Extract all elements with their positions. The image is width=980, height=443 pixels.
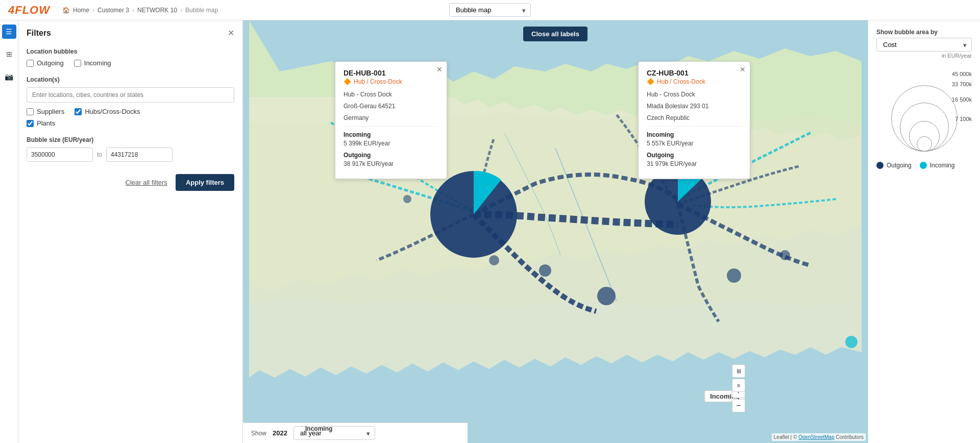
layers-toggle-button[interactable]: ⊞ (732, 364, 745, 378)
hubs-checkbox-item[interactable]: Hubs/Cross-Docks (75, 108, 140, 115)
cz-hub-outgoing: Outgoing 31 979k EUR/year (647, 151, 742, 168)
range-max-input[interactable] (106, 147, 173, 162)
outgoing-checkbox[interactable] (27, 60, 34, 67)
main-layout: ☰ ⊞ 📷 Filters ✕ Location bubbles Outgoin… (0, 20, 980, 443)
de-hub-country: Germany (344, 114, 438, 122)
close-all-labels-button[interactable]: Close all labels (523, 27, 587, 41)
layers-list-button[interactable]: ≡ (732, 379, 745, 392)
incoming-checkbox[interactable] (74, 60, 81, 67)
breadcrumb-customer[interactable]: Customer 3 (97, 7, 129, 14)
zoom-out-button[interactable]: − (732, 399, 745, 412)
svg-point-6 (780, 250, 790, 260)
legend-val-3: 16 500k (952, 96, 972, 103)
hub-icon-de: 🔶 (344, 78, 351, 85)
breadcrumb-network[interactable]: NETWORK 10 (137, 7, 177, 14)
location-type-checkboxes: Suppliers Hubs/Cross-Docks (27, 108, 234, 115)
filter-icon[interactable]: ☰ (2, 24, 16, 39)
year-value: 2022 (273, 429, 287, 437)
legend-title: Show bubble area by (876, 29, 972, 36)
incoming-legend-item: Incoming (920, 162, 955, 169)
svg-point-8 (403, 195, 411, 203)
layers-icon[interactable]: ⊞ (2, 47, 16, 61)
suppliers-checkbox-item[interactable]: Suppliers (27, 108, 64, 115)
suppliers-label: Suppliers (37, 108, 64, 115)
clear-filters-button[interactable]: Clear all filters (126, 179, 167, 186)
filters-panel: Filters ✕ Location bubbles Outgoing Inco… (18, 20, 243, 443)
location-bubbles-label: Location bubbles (27, 48, 234, 55)
location-type-checkboxes-2: Plants (27, 119, 234, 127)
filter-actions: Clear all filters Apply filters (27, 174, 234, 191)
range-row: to (27, 147, 234, 162)
view-dropdown[interactable]: Bubble map Table Chart (449, 3, 531, 17)
outgoing-legend-label: Outgoing (887, 162, 912, 169)
cz-hub-incoming: Incoming 5 557k EUR/year (647, 131, 742, 148)
svg-point-9 (845, 336, 857, 348)
incoming-label: Incoming (84, 59, 111, 67)
header: 4FLOW 🏠 Home › Customer 3 › NETWORK 10 ›… (0, 0, 980, 20)
legend-unit: in EUR/year (876, 53, 972, 59)
home-icon: 🏠 (62, 7, 70, 14)
cz-hub-popup-close[interactable]: ✕ (740, 66, 746, 73)
hubs-label: Hubs/Cross-Docks (85, 108, 140, 115)
de-hub-address: Groß-Gerau 64521 (344, 102, 438, 111)
location-bubbles-checkboxes: Outgoing Incoming (27, 59, 234, 67)
breadcrumb: 🏠 Home › Customer 3 › NETWORK 10 › Bubbl… (62, 7, 218, 14)
cz-hub-popup: ✕ CZ-HUB-001 🔶 Hub / Cross-Dock Hub - Cr… (638, 61, 750, 179)
osm-link[interactable]: OpenStreetMap (798, 434, 835, 440)
view-selector[interactable]: Bubble map Table Chart (449, 3, 531, 17)
panel-header: Filters ✕ (27, 29, 234, 38)
range-min-input[interactable] (27, 147, 93, 162)
camera-icon[interactable]: 📷 (2, 69, 16, 84)
outgoing-checkbox-item[interactable]: Outgoing (27, 59, 64, 67)
plants-checkbox[interactable] (27, 120, 34, 127)
map-attribution: Leaflet | © OpenStreetMap Contributors (772, 433, 866, 441)
hub-icon-cz: 🔶 (647, 78, 654, 85)
breadcrumb-home[interactable]: Home (73, 7, 89, 14)
legend-panel: Show bubble area by Cost Volume in EUR/y… (868, 20, 980, 443)
de-hub-type: 🔶 Hub / Cross-Dock (344, 78, 438, 85)
filters-close-button[interactable]: ✕ (228, 29, 234, 37)
de-hub-popup-close[interactable]: ✕ (436, 66, 443, 73)
bubble-size-legend: 45 000k 33 700k 16 500k 7 100k (876, 70, 972, 152)
map-area[interactable]: Close all labels ✕ DE-HUB-001 🔶 Hub / Cr… (243, 20, 868, 443)
plants-label: Plants (37, 119, 55, 127)
de-hub-popup: ✕ DE-HUB-001 🔶 Hub / Cross-Dock Hub - Cr… (335, 61, 447, 179)
outgoing-color-dot (876, 162, 884, 169)
svg-point-4 (539, 264, 551, 277)
hubs-checkbox[interactable] (75, 108, 82, 115)
incoming-checkbox-item[interactable]: Incoming (74, 59, 111, 67)
legend-cost-dropdown[interactable]: Cost Volume (876, 38, 972, 52)
legend-val-4: 7 100k (955, 116, 972, 122)
range-separator: to (97, 151, 102, 158)
cz-hub-address: Mlada Boleslav 293 01 (647, 102, 742, 111)
legend-header: Show bubble area by Cost Volume in EUR/y… (876, 29, 972, 59)
legend-val-1: 45 000k (952, 71, 972, 77)
show-label: Show (251, 430, 266, 437)
de-hub-name: Hub - Cross Dock (344, 90, 438, 99)
cz-hub-name: Hub - Cross Dock (647, 90, 742, 99)
outgoing-legend-item: Outgoing (876, 162, 912, 169)
footer: Show 2022 all year Q1 Q2 Q3 Q4 (243, 423, 468, 443)
de-incoming-map-label: Incoming (300, 424, 337, 434)
breadcrumb-current: Bubble map (185, 7, 218, 14)
svg-point-7 (489, 255, 499, 265)
de-hub-incoming: Incoming 5 399k EUR/year (344, 131, 438, 148)
app-logo: 4FLOW (8, 4, 50, 17)
locations-label: Location(s) (27, 76, 234, 83)
bubble-size-section: Bubble size (EUR/year) to (27, 136, 234, 162)
bubble-size-label: Bubble size (EUR/year) (27, 136, 234, 143)
location-input[interactable] (27, 87, 234, 103)
incoming-legend-label: Incoming (930, 162, 955, 169)
suppliers-checkbox[interactable] (27, 108, 34, 115)
locations-section: Location(s) Suppliers Hubs/Cross-Docks P… (27, 76, 234, 127)
apply-filters-button[interactable]: Apply filters (176, 174, 234, 191)
location-bubbles-section: Location bubbles Outgoing Incoming (27, 48, 234, 67)
svg-point-3 (597, 287, 616, 305)
cz-hub-country: Czech Republic (647, 114, 742, 122)
plants-checkbox-item[interactable]: Plants (27, 119, 55, 127)
color-legend: Outgoing Incoming (876, 162, 972, 169)
icon-bar: ☰ ⊞ 📷 (0, 20, 18, 443)
de-hub-outgoing: Outgoing 38 917k EUR/year (344, 151, 438, 168)
filters-title: Filters (27, 29, 51, 38)
cz-hub-id: CZ-HUB-001 (647, 69, 742, 77)
